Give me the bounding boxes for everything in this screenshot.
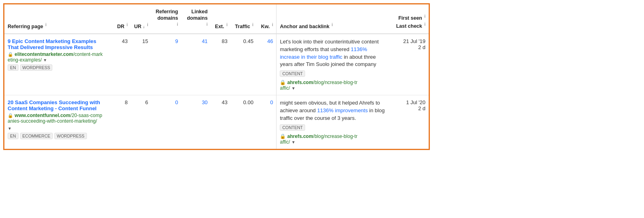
info-icon-last-check[interactable]: i (424, 22, 425, 27)
cell-referring-page-1: 9 Epic Content Marketing Examples That D… (4, 34, 111, 95)
backlink-url-1: 🔒 ahrefs.com/blog/ncrease-blog-traffic/ … (280, 80, 386, 91)
info-icon-first-seen[interactable]: i (424, 14, 425, 19)
col-header-traffic: Traffic i (231, 4, 256, 34)
tag-ecommerce-2: ECOMMERCE (20, 133, 53, 139)
col-header-ur[interactable]: UR ↓ i (131, 4, 151, 34)
table-container: Referring page i DR i UR ↓ i Referringdo… (3, 3, 430, 150)
cell-ur-2: 6 (131, 95, 151, 149)
cell-ref-domains-1[interactable]: 9 (151, 34, 181, 95)
anchor-link-2[interactable]: 1136% improvements (317, 107, 368, 113)
url-dropdown-1[interactable]: ▼ (43, 58, 47, 62)
lock-icon-2: 🔒 (8, 113, 13, 118)
col-header-linked-domains: Linkeddomains i (181, 4, 211, 34)
url-line-1: 🔒 elitecontentmarketer.com/content-marke… (8, 51, 108, 63)
info-icon-traffic[interactable]: i (252, 23, 254, 27)
anchor-text-2: might seem obvious, but it helped Ahrefs… (280, 99, 386, 122)
col-header-kw: Kw. i (257, 4, 277, 34)
cell-kw-1[interactable]: 46 (257, 34, 277, 95)
tag-en-1: EN (8, 64, 19, 71)
col-header-first-seen: First seen iLast check i (389, 4, 429, 34)
tag-row-1: EN WORDPRESS (8, 64, 108, 71)
anchor-text-1: Let's look into their counterintuitive c… (280, 38, 386, 68)
backlink-lock-icon-2: 🔒 (280, 134, 286, 139)
info-icon-referring-page[interactable]: i (45, 23, 47, 27)
tag-wordpress-2: WORDPRESS (54, 133, 87, 139)
info-icon-linked-domains[interactable]: i (206, 22, 208, 27)
table-header-row: Referring page i DR i UR ↓ i Referringdo… (4, 4, 429, 34)
table-row: 20 SaaS Companies Succeeding with Conten… (4, 95, 429, 149)
col-header-anchor-backlink: Anchor and backlink i (277, 4, 389, 34)
content-tag-1: CONTENT (280, 70, 305, 77)
url-domain-2: www.contentfunnel.com (14, 113, 70, 118)
cell-kw-2[interactable]: 0 (257, 95, 277, 149)
cell-ext-1: 83 (211, 34, 231, 95)
col-header-ext: Ext. i (211, 4, 231, 34)
col-header-referring-page: Referring page i (4, 4, 111, 34)
page-title-link-1[interactable]: 9 Epic Content Marketing Examples That D… (8, 38, 108, 50)
cell-ext-2: 43 (211, 95, 231, 149)
backlink-lock-icon-1: 🔒 (280, 80, 286, 85)
backlink-dropdown-1[interactable]: ▼ (291, 86, 295, 90)
page-title-link-2[interactable]: 20 SaaS Companies Succeeding with Conten… (8, 99, 108, 111)
info-icon-anchor[interactable]: i (332, 23, 333, 27)
cell-dr-2: 8 (111, 95, 131, 149)
cell-dr-1: 43 (111, 34, 131, 95)
cell-ref-domains-2[interactable]: 0 (151, 95, 181, 149)
backlink-domain-2: ahrefs.com (287, 134, 313, 139)
cell-first-seen-2: 1 Jul '20 2 d (389, 95, 429, 149)
url-domain-1: elitecontentmarketer.com (14, 51, 73, 57)
sort-icon-ur: ↓ (143, 25, 145, 29)
backlink-dropdown-2[interactable]: ▼ (291, 140, 295, 144)
info-icon-ur[interactable]: i (147, 23, 148, 27)
backlink-domain-1: ahrefs.com (287, 80, 313, 85)
lock-icon-1: 🔒 (8, 52, 13, 57)
tag-en-2: EN (8, 133, 19, 139)
url-line-2: 🔒 www.contentfunnel.com/20-saas-companie… (8, 113, 108, 124)
info-icon-referring-domains[interactable]: i (177, 22, 178, 27)
tag-wordpress-1: WORDPRESS (20, 64, 53, 71)
table-row: 9 Epic Content Marketing Examples That D… (4, 34, 429, 95)
info-icon-dr[interactable]: i (126, 23, 128, 27)
col-header-referring-domains: Referringdomains i (151, 4, 181, 34)
cell-anchor-1: Let's look into their counterintuitive c… (277, 34, 389, 95)
info-icon-kw[interactable]: i (272, 23, 273, 27)
cell-referring-page-2: 20 SaaS Companies Succeeding with Conten… (4, 95, 111, 149)
cell-linked-domains-1[interactable]: 41 (181, 34, 211, 95)
cell-traffic-1: 0.45 (231, 34, 256, 95)
url-dropdown-2[interactable]: ▼ (8, 126, 12, 131)
cell-first-seen-1: 21 Jul '19 2 d (389, 34, 429, 95)
cell-linked-domains-2[interactable]: 30 (181, 95, 211, 149)
cell-ur-1: 15 (131, 34, 151, 95)
cell-traffic-2: 0.00 (231, 95, 256, 149)
cell-anchor-2: might seem obvious, but it helped Ahrefs… (277, 95, 389, 149)
content-tag-2: CONTENT (280, 124, 305, 131)
col-header-dr: DR i (111, 4, 131, 34)
tag-row-2: EN ECOMMERCE WORDPRESS (8, 133, 108, 139)
backlink-url-2: 🔒 ahrefs.com/blog/ncrease-blog-traffic/ … (280, 134, 386, 145)
info-icon-ext[interactable]: i (227, 23, 228, 27)
